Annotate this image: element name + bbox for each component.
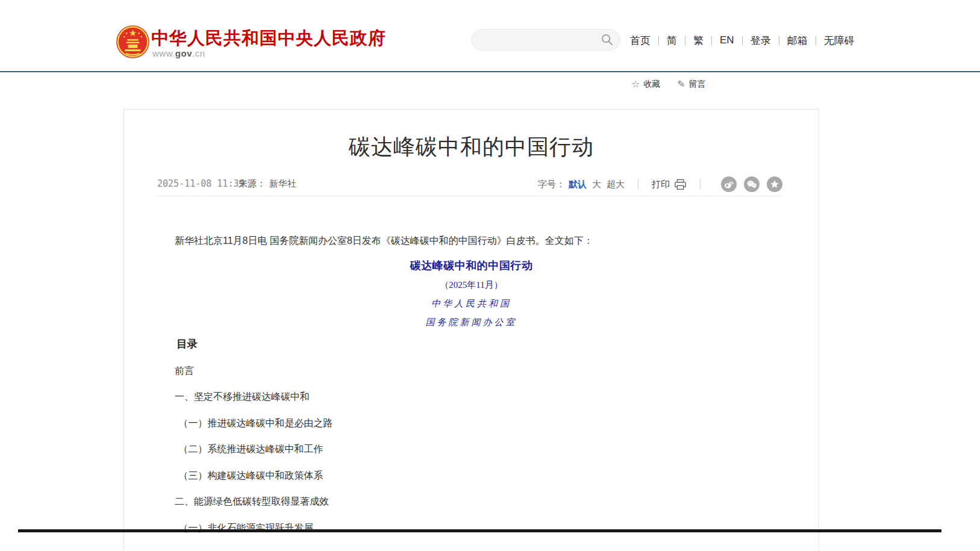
font-size-label: 字号： <box>538 179 565 190</box>
source-label: 来源： <box>239 178 266 188</box>
toc-item-section2: 二、能源绿色低碳转型取得显著成效 <box>155 488 785 515</box>
article-meta-row: 2025-11-08 11:39 来源：新华社 字号： 默认 大 超大 打印 <box>124 176 819 193</box>
site-url: www.gov.cn <box>152 48 205 58</box>
page-actions: ☆ 收藏 ✎ 留言 <box>631 79 706 90</box>
weibo-share-icon[interactable] <box>721 176 737 192</box>
meta-divider <box>155 196 782 196</box>
article-tools: 字号： 默认 大 超大 打印 <box>538 176 782 193</box>
nav-traditional[interactable]: 繁 <box>692 34 705 48</box>
document-date: （2025年11月） <box>124 279 819 291</box>
favorite-label: 收藏 <box>643 79 660 90</box>
wechat-share-icon[interactable] <box>744 176 760 192</box>
tools-separator <box>638 179 638 189</box>
site-header: 中华人民共和国中央人民政府 www.gov.cn 首页 简 繁 EN 登录 邮箱 <box>0 0 980 72</box>
toc-item-preface: 前言 <box>155 358 785 384</box>
nav-home[interactable]: 首页 <box>629 34 652 48</box>
pencil-icon: ✎ <box>677 79 685 89</box>
nav-separator <box>685 36 685 45</box>
document-issuer-line2: 国务院新闻办公室 <box>124 317 819 328</box>
article-card: 碳达峰碳中和的中国行动 2025-11-08 11:39 来源：新华社 字号： … <box>123 109 819 551</box>
font-size-default[interactable]: 默认 <box>569 179 587 190</box>
star-share-icon[interactable] <box>767 176 782 192</box>
printer-icon <box>674 179 687 190</box>
toc-heading: 目录 <box>155 331 785 358</box>
search-input[interactable] <box>481 31 596 49</box>
nav-mail[interactable]: 邮箱 <box>786 34 809 48</box>
print-label: 打印 <box>652 179 670 190</box>
document-issuer-line1: 中华人民共和国 <box>124 298 819 310</box>
search-button[interactable] <box>599 33 615 48</box>
source-value: 新华社 <box>269 178 296 188</box>
top-nav: 首页 简 繁 EN 登录 邮箱 无障碍 <box>629 30 856 51</box>
nav-separator <box>816 36 816 45</box>
nav-accessibility[interactable]: 无障碍 <box>823 34 856 48</box>
nav-english[interactable]: EN <box>719 34 735 46</box>
font-size-xlarge[interactable]: 超大 <box>607 179 625 190</box>
toc-item-section1: 一、坚定不移推进碳达峰碳中和 <box>155 384 785 410</box>
document-title: 碳达峰碳中和的中国行动 <box>124 258 819 273</box>
weibo-icon <box>723 178 735 190</box>
national-emblem-icon <box>116 25 150 59</box>
favorite-button[interactable]: ☆ 收藏 <box>631 79 660 90</box>
star-icon <box>769 178 781 190</box>
toc-item-section1-1: （一）推进碳达峰碳中和是必由之路 <box>155 410 785 437</box>
site-url-cn: .cn <box>192 48 205 58</box>
star-outline-icon: ☆ <box>631 79 640 89</box>
toc-item-section1-3: （三）构建碳达峰碳中和政策体系 <box>155 462 785 489</box>
font-size-large[interactable]: 大 <box>592 179 601 190</box>
toc-item-section2-1: （一）非化石能源实现跃升发展 <box>155 515 785 541</box>
site-url-gov: gov <box>175 48 192 58</box>
nav-separator <box>742 36 743 45</box>
nav-login[interactable]: 登录 <box>749 34 772 48</box>
search-icon <box>600 33 614 47</box>
search-box <box>471 29 620 51</box>
publish-time: 2025-11-08 11:39 <box>157 178 245 189</box>
site-title: 中华人民共和国中央人民政府 <box>151 26 386 51</box>
bottom-rule <box>18 529 941 532</box>
table-of-contents: 目录 前言 一、坚定不移推进碳达峰碳中和 （一）推进碳达峰碳中和是必由之路 （二… <box>155 331 785 541</box>
nav-separator <box>779 36 779 45</box>
wechat-icon <box>746 178 758 190</box>
article-title: 碳达峰碳中和的中国行动 <box>124 132 819 162</box>
national-emblem-logo[interactable] <box>116 25 150 59</box>
message-button[interactable]: ✎ 留言 <box>677 79 705 90</box>
toc-item-section1-2: （二）系统推进碳达峰碳中和工作 <box>155 436 785 462</box>
print-button[interactable]: 打印 <box>652 179 687 190</box>
lead-paragraph: 新华社北京11月8日电 国务院新闻办公室8日发布《碳达峰碳中和的中国行动》白皮书… <box>155 232 785 249</box>
nav-simplified[interactable]: 简 <box>666 34 678 48</box>
message-label: 留言 <box>689 79 706 90</box>
page: 中华人民共和国中央人民政府 www.gov.cn 首页 简 繁 EN 登录 邮箱 <box>0 0 980 551</box>
site-url-www: www. <box>152 48 175 58</box>
tools-separator <box>700 179 701 189</box>
document-heading: 碳达峰碳中和的中国行动 （2025年11月） 中华人民共和国 国务院新闻办公室 <box>124 258 819 328</box>
nav-separator <box>658 36 659 45</box>
nav-separator <box>711 36 712 45</box>
article-source: 来源：新华社 <box>239 178 296 190</box>
